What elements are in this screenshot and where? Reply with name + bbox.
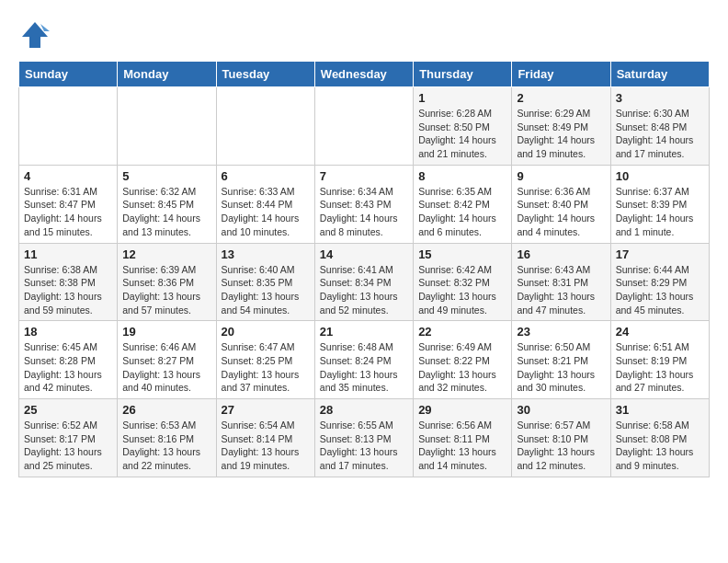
weekday-header-thursday: Thursday <box>414 62 512 87</box>
calendar-cell: 6Sunrise: 6:33 AM Sunset: 8:44 PM Daylig… <box>216 165 314 243</box>
day-number: 24 <box>616 325 704 339</box>
calendar-cell: 2Sunrise: 6:29 AM Sunset: 8:49 PM Daylig… <box>512 87 610 166</box>
weekday-header-monday: Monday <box>118 62 216 87</box>
day-info: Sunrise: 6:30 AM Sunset: 8:48 PM Dayligh… <box>616 107 704 161</box>
calendar-cell <box>314 87 413 166</box>
day-info: Sunrise: 6:41 AM Sunset: 8:34 PM Dayligh… <box>320 263 408 317</box>
day-number: 28 <box>320 403 408 417</box>
calendar-cell: 16Sunrise: 6:43 AM Sunset: 8:31 PM Dayli… <box>512 243 610 321</box>
day-info: Sunrise: 6:29 AM Sunset: 8:49 PM Dayligh… <box>517 107 605 161</box>
day-number: 23 <box>517 325 605 339</box>
weekday-header-saturday: Saturday <box>610 62 709 87</box>
day-number: 31 <box>616 403 704 417</box>
weekday-header-row: SundayMondayTuesdayWednesdayThursdayFrid… <box>19 62 710 87</box>
day-info: Sunrise: 6:51 AM Sunset: 8:19 PM Dayligh… <box>616 340 704 395</box>
day-number: 12 <box>122 247 210 261</box>
day-number: 5 <box>122 169 210 183</box>
day-info: Sunrise: 6:42 AM Sunset: 8:32 PM Dayligh… <box>418 263 506 317</box>
week-row-4: 18Sunrise: 6:45 AM Sunset: 8:28 PM Dayli… <box>19 321 710 399</box>
calendar-cell: 11Sunrise: 6:38 AM Sunset: 8:38 PM Dayli… <box>19 243 118 321</box>
calendar-cell: 4Sunrise: 6:31 AM Sunset: 8:47 PM Daylig… <box>19 165 118 243</box>
day-number: 1 <box>418 91 506 105</box>
day-info: Sunrise: 6:40 AM Sunset: 8:35 PM Dayligh… <box>222 263 310 317</box>
calendar-cell: 28Sunrise: 6:55 AM Sunset: 8:13 PM Dayli… <box>314 399 413 477</box>
day-number: 19 <box>122 325 210 339</box>
calendar-cell: 5Sunrise: 6:32 AM Sunset: 8:45 PM Daylig… <box>118 165 216 243</box>
day-number: 27 <box>222 403 310 417</box>
weekday-header-friday: Friday <box>512 62 610 87</box>
day-info: Sunrise: 6:52 AM Sunset: 8:17 PM Dayligh… <box>24 419 112 473</box>
calendar-cell: 23Sunrise: 6:50 AM Sunset: 8:21 PM Dayli… <box>512 321 610 399</box>
week-row-2: 4Sunrise: 6:31 AM Sunset: 8:47 PM Daylig… <box>19 165 710 243</box>
calendar-cell: 30Sunrise: 6:57 AM Sunset: 8:10 PM Dayli… <box>512 399 610 477</box>
day-info: Sunrise: 6:32 AM Sunset: 8:45 PM Dayligh… <box>122 185 210 239</box>
calendar-cell: 19Sunrise: 6:46 AM Sunset: 8:27 PM Dayli… <box>118 321 216 399</box>
day-number: 6 <box>222 169 310 183</box>
day-number: 26 <box>122 403 210 417</box>
day-number: 29 <box>418 403 506 417</box>
calendar-cell: 8Sunrise: 6:35 AM Sunset: 8:42 PM Daylig… <box>414 165 512 243</box>
calendar-cell: 14Sunrise: 6:41 AM Sunset: 8:34 PM Dayli… <box>314 243 413 321</box>
day-number: 17 <box>616 247 704 261</box>
calendar-cell: 1Sunrise: 6:28 AM Sunset: 8:50 PM Daylig… <box>414 87 512 166</box>
day-info: Sunrise: 6:54 AM Sunset: 8:14 PM Dayligh… <box>222 419 310 473</box>
calendar-cell <box>216 87 314 166</box>
calendar-cell: 22Sunrise: 6:49 AM Sunset: 8:22 PM Dayli… <box>414 321 512 399</box>
day-info: Sunrise: 6:34 AM Sunset: 8:43 PM Dayligh… <box>320 185 408 239</box>
day-number: 8 <box>418 169 506 183</box>
day-number: 30 <box>517 403 605 417</box>
day-number: 4 <box>24 169 112 183</box>
calendar-cell: 26Sunrise: 6:53 AM Sunset: 8:16 PM Dayli… <box>118 399 216 477</box>
weekday-header-sunday: Sunday <box>19 62 118 87</box>
calendar-cell: 27Sunrise: 6:54 AM Sunset: 8:14 PM Dayli… <box>216 399 314 477</box>
calendar-cell: 3Sunrise: 6:30 AM Sunset: 8:48 PM Daylig… <box>610 87 709 166</box>
calendar-cell: 13Sunrise: 6:40 AM Sunset: 8:35 PM Dayli… <box>216 243 314 321</box>
calendar-table: SundayMondayTuesdayWednesdayThursdayFrid… <box>18 61 710 477</box>
day-number: 22 <box>418 325 506 339</box>
day-number: 18 <box>24 325 112 339</box>
day-number: 20 <box>222 325 310 339</box>
logo-icon <box>18 18 51 52</box>
day-info: Sunrise: 6:53 AM Sunset: 8:16 PM Dayligh… <box>122 419 210 473</box>
day-number: 3 <box>616 91 704 105</box>
calendar-cell <box>19 87 118 166</box>
day-info: Sunrise: 6:46 AM Sunset: 8:27 PM Dayligh… <box>122 340 210 395</box>
day-info: Sunrise: 6:47 AM Sunset: 8:25 PM Dayligh… <box>222 340 310 395</box>
calendar-cell: 21Sunrise: 6:48 AM Sunset: 8:24 PM Dayli… <box>314 321 413 399</box>
week-row-1: 1Sunrise: 6:28 AM Sunset: 8:50 PM Daylig… <box>19 87 710 166</box>
day-number: 2 <box>517 91 605 105</box>
calendar-cell: 29Sunrise: 6:56 AM Sunset: 8:11 PM Dayli… <box>414 399 512 477</box>
calendar-cell: 7Sunrise: 6:34 AM Sunset: 8:43 PM Daylig… <box>314 165 413 243</box>
day-info: Sunrise: 6:45 AM Sunset: 8:28 PM Dayligh… <box>24 340 112 395</box>
day-number: 7 <box>320 169 408 183</box>
svg-marker-0 <box>22 22 48 48</box>
day-info: Sunrise: 6:28 AM Sunset: 8:50 PM Dayligh… <box>418 107 506 161</box>
calendar-cell: 18Sunrise: 6:45 AM Sunset: 8:28 PM Dayli… <box>19 321 118 399</box>
day-info: Sunrise: 6:58 AM Sunset: 8:08 PM Dayligh… <box>616 419 704 473</box>
day-info: Sunrise: 6:50 AM Sunset: 8:21 PM Dayligh… <box>517 340 605 395</box>
calendar-cell: 20Sunrise: 6:47 AM Sunset: 8:25 PM Dayli… <box>216 321 314 399</box>
logo <box>18 18 57 52</box>
calendar-cell: 31Sunrise: 6:58 AM Sunset: 8:08 PM Dayli… <box>610 399 709 477</box>
calendar-cell: 15Sunrise: 6:42 AM Sunset: 8:32 PM Dayli… <box>414 243 512 321</box>
day-number: 11 <box>24 247 112 261</box>
day-info: Sunrise: 6:31 AM Sunset: 8:47 PM Dayligh… <box>24 185 112 239</box>
weekday-header-wednesday: Wednesday <box>314 62 413 87</box>
day-number: 10 <box>616 169 704 183</box>
weekday-header-tuesday: Tuesday <box>216 62 314 87</box>
day-info: Sunrise: 6:57 AM Sunset: 8:10 PM Dayligh… <box>517 419 605 473</box>
day-info: Sunrise: 6:48 AM Sunset: 8:24 PM Dayligh… <box>320 340 408 395</box>
calendar-cell: 24Sunrise: 6:51 AM Sunset: 8:19 PM Dayli… <box>610 321 709 399</box>
day-number: 13 <box>222 247 310 261</box>
calendar-cell: 10Sunrise: 6:37 AM Sunset: 8:39 PM Dayli… <box>610 165 709 243</box>
day-info: Sunrise: 6:56 AM Sunset: 8:11 PM Dayligh… <box>418 419 506 473</box>
day-number: 21 <box>320 325 408 339</box>
day-info: Sunrise: 6:39 AM Sunset: 8:36 PM Dayligh… <box>122 263 210 317</box>
day-number: 14 <box>320 247 408 261</box>
calendar-cell: 25Sunrise: 6:52 AM Sunset: 8:17 PM Dayli… <box>19 399 118 477</box>
day-number: 15 <box>418 247 506 261</box>
day-info: Sunrise: 6:35 AM Sunset: 8:42 PM Dayligh… <box>418 185 506 239</box>
calendar-cell: 9Sunrise: 6:36 AM Sunset: 8:40 PM Daylig… <box>512 165 610 243</box>
calendar-cell <box>118 87 216 166</box>
page-header <box>18 18 710 52</box>
